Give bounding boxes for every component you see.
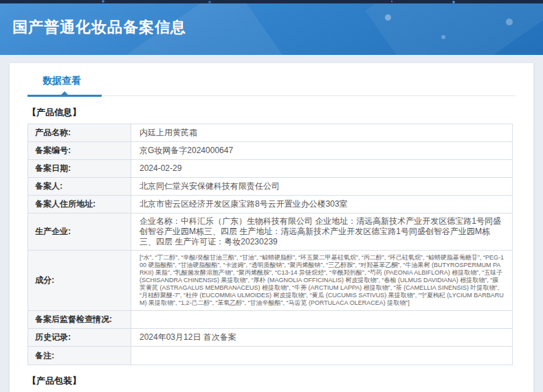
row-label: 备案人: <box>28 178 131 195</box>
row-label: 备注: <box>28 347 131 365</box>
page: 国产普通化妆品备案信息 数据查看 【产品信息】 产品名称: 内廷上用黄芪霜 备案… <box>0 0 543 392</box>
product-info-table: 产品名称: 内廷上用黄芪霜 备案编号: 京G妆网备字2024000647 备案日… <box>27 124 513 365</box>
tab-indicator-arrow-icon <box>61 91 68 95</box>
row-value: 内廷上用黄芪霜 <box>131 124 512 141</box>
table-row: 备案后监督检查情况: <box>28 311 512 329</box>
tab-active-indicator <box>27 95 102 97</box>
table-row: 产品名称: 内廷上用黄芪霜 <box>28 124 512 142</box>
banner-decoration-dot <box>385 14 391 21</box>
content-card: 数据查看 【产品信息】 产品名称: 内廷上用黄芪霜 备案编号: 京G妆网备字20… <box>10 63 533 392</box>
row-label: 备案日期: <box>28 160 131 177</box>
row-value: 京G妆网备字2024000647 <box>131 142 512 159</box>
row-label: 备案编号: <box>28 142 131 159</box>
row-label: 成分: <box>28 251 131 310</box>
table-row: 备案人: 北京同仁堂兴安保健科技有限责任公司 <box>28 178 512 196</box>
table-row: 生产企业: 企业名称：中科汇乐（广东）生物科技有限公司 企业地址：清远高新技术产… <box>28 214 512 251</box>
page-header: 国产普通化妆品备案信息 <box>0 3 543 55</box>
section-title-packaging: 【产品包装】 <box>27 375 516 387</box>
tab-divider <box>27 95 516 96</box>
table-row: 备案编号: 京G妆网备字2024000647 <box>28 142 512 160</box>
row-value: 北京市密云区经济开发区康宝路8号云开置业办公楼303室 <box>131 196 512 213</box>
row-value: 2024年03月12日 首次备案 <box>131 329 512 346</box>
table-row: 备案日期: 2024-02-29 <box>28 160 512 178</box>
row-label: 生产企业: <box>28 214 131 250</box>
table-row: 历史记录: 2024年03月12日 首次备案 <box>28 329 512 347</box>
row-value: [“水”, “丁二醇”, “辛酸/癸酸甘油三酯”, “甘油”, “鲸蜡硬脂醇”,… <box>131 251 512 310</box>
row-value <box>131 311 512 328</box>
row-value <box>131 347 512 365</box>
banner-decoration <box>365 3 543 55</box>
banner-decoration-dot <box>506 19 513 25</box>
row-label: 备案后监督检查情况: <box>28 311 131 328</box>
table-row: 备案人住所地址: 北京市密云区经济开发区康宝路8号云开置业办公楼303室 <box>28 196 512 214</box>
section-title-product-info: 【产品信息】 <box>27 106 516 119</box>
row-value: 北京同仁堂兴安保健科技有限责任公司 <box>131 178 512 195</box>
table-row: 备注: <box>28 347 512 365</box>
row-value: 企业名称：中科汇乐（广东）生物科技有限公司 企业地址：清远高新技术产业开发区德宝… <box>131 214 512 250</box>
row-label: 历史记录: <box>28 329 131 346</box>
banner-decoration-dot <box>441 35 445 39</box>
row-value: 2024-02-29 <box>131 160 512 177</box>
table-row-ingredients: 成分: [“水”, “丁二醇”, “辛酸/癸酸甘油三酯”, “甘油”, “鲸蜡硬… <box>28 251 512 311</box>
tab-bar: 数据查看 <box>27 70 516 95</box>
row-label: 备案人住所地址: <box>28 196 131 213</box>
row-label: 产品名称: <box>28 124 131 141</box>
